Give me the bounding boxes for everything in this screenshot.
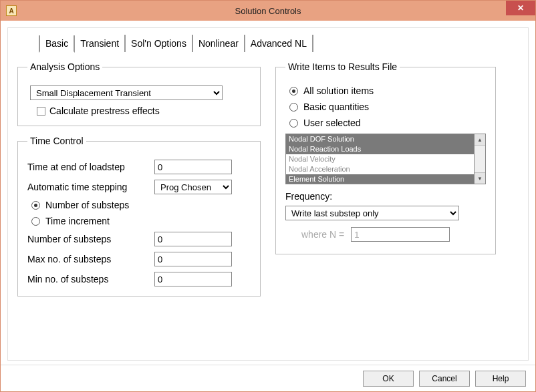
list-item[interactable]: Nodal Reaction Loads [286, 144, 474, 154]
where-n-input [351, 227, 450, 242]
frequency-label: Frequency: [285, 191, 486, 202]
tab-basic[interactable]: Basic [39, 35, 75, 53]
ok-button[interactable]: OK [363, 371, 414, 387]
basic-qty-label: Basic quantities [303, 102, 369, 112]
tab-advanced-nl[interactable]: Advanced NL [245, 35, 313, 52]
max-substeps-label: Max no. of substeps [27, 254, 154, 264]
min-substeps-input[interactable] [154, 272, 232, 286]
time-control-legend: Time Control [27, 136, 86, 146]
help-button[interactable]: Help [475, 371, 526, 387]
increment-radio-label: Time increment [45, 216, 110, 226]
scroll-down-icon[interactable]: ▼ [475, 172, 485, 184]
close-icon: ✕ [517, 3, 524, 13]
analysis-type-select[interactable]: Small Displacement Transient [30, 85, 223, 100]
cancel-button[interactable]: Cancel [419, 371, 470, 387]
all-items-label: All solution items [303, 85, 374, 96]
right-column: Write Items to Results File All solution… [275, 61, 496, 306]
user-selected-radio-row[interactable]: User selected [289, 118, 486, 128]
tab-bar: Basic Transient Sol'n Options Nonlinear … [17, 35, 519, 52]
all-items-radio-row[interactable]: All solution items [289, 85, 486, 96]
basic-qty-radio[interactable] [289, 103, 298, 112]
scroll-up-icon[interactable]: ▲ [475, 134, 485, 146]
left-column: Analysis Options Small Displacement Tran… [17, 61, 261, 306]
analysis-options-group: Analysis Options Small Displacement Tran… [17, 61, 261, 126]
increment-radio-row[interactable]: Time increment [31, 216, 251, 226]
dialog-window: A Solution Controls ✕ Basic Transient So… [0, 0, 536, 392]
time-control-group: Time Control Time at end of loadstep Aut… [17, 136, 261, 297]
items-listbox[interactable]: Nodal DOF Solution Nodal Reaction Loads … [285, 134, 475, 184]
min-substeps-label: Min no. of substeps [27, 274, 154, 284]
tab-nonlinear[interactable]: Nonlinear [193, 35, 245, 52]
prestress-checkbox[interactable] [37, 107, 45, 116]
dialog-footer: OK Cancel Help [1, 365, 535, 391]
prestress-label: Calculate prestress effects [49, 106, 160, 116]
where-n-label: where N = [301, 229, 344, 240]
write-items-group: Write Items to Results File All solution… [275, 61, 496, 254]
tab-soln-options[interactable]: Sol'n Options [126, 35, 193, 52]
titlebar: A Solution Controls ✕ [1, 1, 535, 21]
user-selected-radio[interactable] [289, 119, 298, 128]
substeps-radio[interactable] [31, 201, 40, 210]
content-area: Analysis Options Small Displacement Tran… [17, 61, 519, 306]
ats-label: Automatic time stepping [27, 182, 154, 192]
list-item[interactable]: Element Solution [286, 174, 474, 184]
list-item[interactable]: Nodal Velocity [286, 154, 474, 164]
list-item[interactable]: Nodal DOF Solution [286, 134, 474, 144]
list-item[interactable]: Nodal Acceleration [286, 164, 474, 174]
max-substeps-input[interactable] [154, 252, 232, 266]
listbox-scrollbar[interactable]: ▲ ▼ [475, 134, 486, 184]
prestress-checkbox-row[interactable]: Calculate prestress effects [37, 106, 251, 116]
close-button[interactable]: ✕ [506, 1, 535, 15]
write-items-legend: Write Items to Results File [285, 61, 400, 72]
items-listbox-wrap: Nodal DOF Solution Nodal Reaction Loads … [285, 134, 486, 184]
time-end-input[interactable] [154, 160, 232, 174]
analysis-options-legend: Analysis Options [27, 61, 102, 72]
tab-transient[interactable]: Transient [75, 35, 126, 52]
substeps-radio-label: Number of substeps [45, 200, 129, 210]
ats-select[interactable]: Prog Chosen [154, 180, 232, 194]
increment-radio[interactable] [31, 217, 40, 226]
window-title: Solution Controls [1, 6, 535, 16]
time-end-label: Time at end of loadstep [27, 162, 154, 172]
all-items-radio[interactable] [289, 87, 298, 95]
where-n-row: where N = [301, 227, 486, 242]
frequency-select[interactable]: Write last substep only [285, 206, 459, 220]
num-substeps-label: Number of substeps [27, 234, 154, 244]
user-selected-label: User selected [303, 118, 361, 128]
substeps-radio-row[interactable]: Number of substeps [31, 200, 251, 210]
dialog-body: Basic Transient Sol'n Options Nonlinear … [7, 27, 529, 361]
basic-qty-radio-row[interactable]: Basic quantities [289, 102, 486, 112]
num-substeps-input[interactable] [154, 232, 232, 246]
